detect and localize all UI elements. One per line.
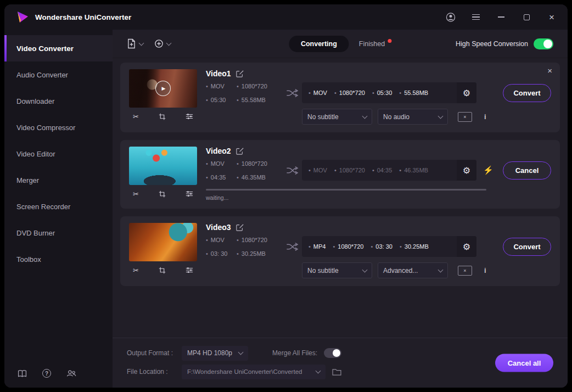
open-folder-icon[interactable] (332, 368, 341, 376)
play-icon[interactable]: ▶ (155, 81, 171, 96)
output-format-label: Output Format : (127, 349, 182, 357)
menu-icon[interactable] (471, 12, 481, 22)
merge-all-files-label: Merge All Files: (272, 349, 317, 357)
edit-tools: ✂ (129, 108, 197, 120)
merge-toggle[interactable] (324, 348, 341, 358)
sidebar-item-dvd-burner[interactable]: DVD Burner (4, 220, 113, 246)
subtitle-dropdown[interactable]: No subtitle (302, 262, 372, 278)
rename-icon[interactable] (236, 70, 244, 77)
sidebar-item-screen-recorder[interactable]: Screen Recorder (4, 193, 113, 220)
effects-sliders-icon[interactable] (186, 113, 193, 120)
subtitle-dropdown[interactable]: No subtitle (302, 109, 372, 125)
titlebar-controls: × (446, 12, 557, 22)
video3-thumbnail (129, 223, 197, 261)
account-icon[interactable] (446, 12, 456, 22)
trim-scissors-icon[interactable]: ✂ (133, 190, 139, 198)
tab-finished-label: Finished (359, 40, 385, 48)
video1-thumbnail: ▶ (129, 69, 197, 108)
crop-icon[interactable] (159, 190, 166, 198)
rename-icon[interactable] (236, 223, 244, 231)
output-format-dropdown[interactable]: MP4 HD 1080p (182, 346, 248, 361)
settings-gear-icon[interactable]: ⚙ (457, 236, 476, 257)
audio-value: No audio (383, 113, 410, 121)
output-duration: 03: 30 (371, 243, 392, 250)
edit-tools: ✂ (129, 261, 197, 274)
output-settings-box: MOV 1080*720 05:30 55.58MB ⚙ (302, 82, 476, 103)
source-metadata: MOV 1080*720 05:30 55.58MB (206, 83, 283, 103)
maximize-icon[interactable] (521, 12, 531, 22)
sidebar-item-downloader[interactable]: Downloader (4, 88, 113, 114)
cancel-button[interactable]: Cancel (503, 161, 551, 180)
output-format: MOV (309, 89, 327, 96)
community-icon[interactable] (66, 369, 76, 377)
crop-icon[interactable] (159, 113, 166, 120)
footer-bar: Output Format : MP4 HD 1080p Merge All F… (113, 338, 568, 388)
chevron-down-icon (316, 368, 321, 374)
cancel-all-button[interactable]: Cancel all (495, 354, 553, 372)
sidebar-item-video-converter[interactable]: Video Converter (4, 35, 113, 61)
close-icon[interactable]: × (547, 12, 557, 22)
sidebar-item-video-editor[interactable]: Video Editor (4, 141, 113, 167)
convert-button[interactable]: Convert (503, 238, 551, 256)
tab-finished[interactable]: Finished (359, 40, 391, 48)
subtitle-track-icon[interactable]: × (458, 266, 472, 276)
crop-icon[interactable] (159, 266, 166, 274)
edit-tools: ✂ (129, 185, 197, 198)
sidebar-item-audio-converter[interactable]: Audio Converter (4, 61, 113, 88)
rename-icon[interactable] (236, 147, 244, 155)
tab-converting[interactable]: Converting (289, 36, 349, 52)
app-title: Wondershare UniConverter (35, 13, 131, 21)
convert-arrows-icon (283, 242, 302, 251)
source-format: MOV (206, 237, 237, 243)
toolbar: Converting Finished High Speed Conversio… (113, 30, 568, 58)
high-speed-toggle[interactable] (534, 38, 553, 49)
source-size: 55.58MB (237, 97, 283, 103)
trim-scissors-icon[interactable]: ✂ (133, 266, 139, 274)
notification-dot (388, 39, 391, 43)
chevron-down-icon (438, 267, 444, 272)
help-icon[interactable]: ? (42, 369, 51, 378)
settings-gear-icon[interactable]: ⚙ (457, 82, 476, 103)
audio-value: Advanced... (383, 267, 418, 275)
chevron-down-icon (362, 113, 368, 119)
source-resolution: 1080*720 (237, 160, 283, 167)
remove-task-icon[interactable]: × (547, 66, 552, 75)
source-duration: 04:35 (206, 174, 237, 181)
minimize-icon[interactable] (496, 12, 506, 22)
guide-book-icon[interactable] (18, 369, 27, 378)
info-icon[interactable]: i (484, 113, 486, 121)
sidebar-item-video-compressor[interactable]: Video Compressor (4, 114, 113, 141)
conversion-progress: waiting... (206, 189, 551, 201)
add-files-button[interactable] (127, 38, 143, 49)
add-device-button[interactable] (154, 39, 171, 48)
file-location-label: File Location : (127, 368, 182, 376)
convert-button[interactable]: Convert (503, 84, 551, 102)
output-settings-box: MP4 1080*720 03: 30 30.25MB ⚙ (302, 236, 476, 257)
chevron-down-icon (166, 40, 172, 46)
effects-sliders-icon[interactable] (186, 190, 193, 198)
status-text: waiting... (206, 194, 551, 201)
chevron-down-icon (362, 267, 368, 272)
subtitle-track-icon[interactable]: × (458, 112, 472, 122)
convert-arrows-icon (283, 166, 302, 175)
source-duration: 05:30 (206, 97, 237, 103)
source-resolution: 1080*720 (237, 237, 283, 243)
audio-dropdown[interactable]: No audio (378, 109, 448, 125)
sidebar-item-toolbox[interactable]: Toolbox (4, 246, 113, 272)
info-icon[interactable]: i (484, 266, 486, 275)
output-duration: 05:30 (372, 89, 392, 96)
effects-sliders-icon[interactable] (186, 266, 193, 274)
audio-dropdown[interactable]: Advanced... (378, 262, 448, 278)
settings-gear-icon[interactable]: ⚙ (457, 160, 476, 181)
sidebar-item-merger[interactable]: Merger (4, 167, 113, 193)
file-location-value: F:\Wondershare UniConverter\Converted (187, 368, 302, 375)
chevron-down-icon (238, 350, 244, 355)
source-format: MOV (206, 160, 237, 167)
source-format: MOV (206, 83, 237, 89)
output-duration: 04:35 (372, 167, 392, 173)
file-location-dropdown[interactable]: F:\Wondershare UniConverter\Converted (182, 365, 326, 379)
thumbnail-column: ▶ ✂ (129, 69, 197, 125)
output-format: MP4 (309, 243, 326, 250)
trim-scissors-icon[interactable]: ✂ (133, 113, 139, 120)
convert-arrows-icon (283, 88, 302, 98)
